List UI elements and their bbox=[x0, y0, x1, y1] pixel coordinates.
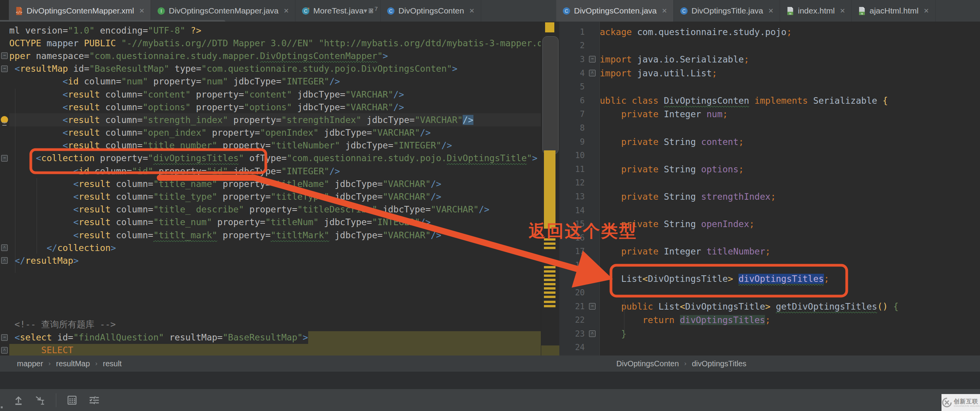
code-line[interactable]: pper namespace="com.questionnaire.study.… bbox=[9, 49, 541, 62]
indent-guide bbox=[15, 89, 15, 273]
code-line[interactable]: ublic class DivOptingsConten implements … bbox=[600, 94, 980, 108]
vertical-scrollbar-thumb[interactable] bbox=[542, 36, 559, 154]
code-line[interactable]: <result column="title_type" property="ti… bbox=[9, 190, 541, 203]
code-line[interactable]: <collection property="divOptingsTitles" … bbox=[9, 152, 541, 165]
code-line[interactable]: } bbox=[600, 327, 980, 341]
code-line[interactable]: <id column="id" property="id" jdbcType="… bbox=[9, 165, 541, 177]
close-icon[interactable]: ✕ bbox=[284, 7, 289, 15]
code-line[interactable] bbox=[9, 280, 541, 293]
fold-end-icon[interactable]: ˄ bbox=[1, 244, 8, 251]
code-line[interactable]: <result column="titlt_mark" property="ti… bbox=[9, 229, 541, 241]
line-number: 8 bbox=[559, 123, 585, 133]
code-line[interactable] bbox=[600, 176, 980, 190]
intention-bulb-icon[interactable] bbox=[1, 116, 8, 123]
filter-settings-icon[interactable] bbox=[88, 394, 100, 406]
fold-end-icon[interactable]: ˄ bbox=[1, 257, 8, 264]
code-line[interactable]: <select id="findAllQuestion" resultMap="… bbox=[9, 331, 541, 344]
fold-collapse-icon[interactable]: − bbox=[589, 303, 596, 310]
error-stripe-scrollbar[interactable] bbox=[541, 22, 560, 355]
code-line[interactable]: private Integer titleNumber; bbox=[600, 245, 980, 259]
close-icon[interactable]: ✕ bbox=[662, 7, 667, 15]
code-line[interactable]: <result column="title_name" property="ti… bbox=[9, 177, 541, 190]
close-icon[interactable]: ✕ bbox=[768, 7, 774, 15]
code-line[interactable]: private Integer num; bbox=[600, 108, 980, 121]
code-line[interactable]: <result column="open_index" property="op… bbox=[9, 126, 541, 139]
commit-upload-icon[interactable] bbox=[13, 394, 24, 406]
code-line[interactable] bbox=[600, 148, 980, 162]
code-line[interactable]: </collection> bbox=[9, 241, 541, 254]
code-line[interactable]: private String strengthIndex; bbox=[600, 190, 980, 204]
close-icon[interactable]: ✕ bbox=[840, 7, 845, 15]
code-line[interactable] bbox=[9, 293, 541, 305]
breadcrumb-item[interactable]: divOptingsTitles bbox=[692, 359, 747, 368]
code-line[interactable]: OCTYPE mapper PUBLIC "-//mybatis.org//DT… bbox=[9, 37, 541, 49]
interface-icon: I bbox=[157, 7, 165, 15]
code-line[interactable] bbox=[600, 286, 980, 300]
tab-right-0[interactable]: CDivOptingsConten.java✕ bbox=[556, 0, 674, 22]
fold-collapse-icon[interactable]: − bbox=[1, 155, 8, 162]
grid-view-icon[interactable] bbox=[66, 394, 78, 406]
xml-editor-pane[interactable]: −−−˄˄−˄ ml version="1.0" encoding="UTF-8… bbox=[0, 22, 541, 355]
tab-right-1[interactable]: CDivOptingsTitle.java✕ bbox=[674, 0, 780, 22]
toolbar-divider bbox=[56, 393, 56, 407]
line-number: 17 bbox=[559, 247, 585, 256]
code-line[interactable]: import java.util.List; bbox=[600, 66, 980, 80]
breadcrumb-item[interactable]: result bbox=[103, 359, 122, 368]
move-caret-icon[interactable] bbox=[34, 394, 46, 406]
code-line[interactable]: <resultMap id="BaseResultMap" type="com.… bbox=[9, 62, 541, 75]
code-line[interactable]: <result column="title_num" property="tit… bbox=[9, 216, 541, 229]
hidden-tabs-dropdown[interactable]: ▾≣7 bbox=[364, 0, 378, 22]
code-line[interactable]: <result column="title_number" property="… bbox=[9, 139, 541, 152]
tab-right-2[interactable]: htindex.html✕ bbox=[780, 0, 852, 22]
tab-left-3[interactable]: CDivOptingsConten✕ bbox=[381, 0, 481, 22]
code-line[interactable]: private String content; bbox=[600, 135, 980, 149]
code-line[interactable]: <!-- 查询所有题库 --> bbox=[9, 318, 541, 331]
code-line[interactable] bbox=[600, 341, 980, 355]
code-line[interactable]: </resultMap> bbox=[9, 254, 541, 267]
code-line[interactable] bbox=[600, 204, 980, 217]
tab-right-3[interactable]: htajacHtml.html✕ bbox=[852, 0, 935, 22]
code-line[interactable] bbox=[9, 305, 541, 318]
gutter-row: 22 bbox=[559, 313, 599, 327]
code-line[interactable]: ackage com.questionnaire.study.pojo; bbox=[600, 25, 980, 39]
chevron-down-icon: ▾ bbox=[364, 7, 367, 15]
code-line[interactable]: SELECT bbox=[9, 344, 541, 355]
code-line[interactable]: private String openIndex; bbox=[600, 217, 980, 231]
fold-collapse-icon[interactable]: − bbox=[1, 52, 8, 59]
code-line[interactable]: return divOptingsTitles; bbox=[600, 313, 980, 327]
code-line[interactable]: <id column="num" property="num" jdbcType… bbox=[9, 75, 541, 88]
breadcrumb-item[interactable]: mapper bbox=[17, 359, 43, 368]
fold-end-icon[interactable]: ˄ bbox=[589, 330, 596, 337]
fold-collapse-icon[interactable]: − bbox=[1, 334, 8, 341]
code-line[interactable] bbox=[600, 231, 980, 245]
code-line[interactable]: <result column="options" property="optio… bbox=[9, 101, 541, 113]
code-line[interactable]: <result column="title_ describe" propert… bbox=[9, 203, 541, 216]
breadcrumb-item[interactable]: DivOptingsConten bbox=[616, 359, 679, 368]
code-line[interactable] bbox=[600, 121, 980, 135]
code-line[interactable] bbox=[600, 80, 980, 94]
xml-code-area[interactable]: ml version="1.0" encoding="UTF-8" ?>OCTY… bbox=[9, 22, 541, 355]
code-line[interactable]: ml version="1.0" encoding="UTF-8" ?> bbox=[9, 24, 541, 37]
fold-collapse-icon[interactable]: − bbox=[589, 56, 596, 62]
close-icon[interactable]: ✕ bbox=[923, 7, 929, 15]
close-icon[interactable]: ✕ bbox=[139, 7, 144, 15]
fold-collapse-icon[interactable]: − bbox=[1, 66, 8, 72]
tab-left-1[interactable]: IDivOptingsContenMapper.java✕ bbox=[151, 0, 295, 22]
fold-end-icon[interactable]: ˄ bbox=[1, 347, 8, 354]
code-line[interactable]: <result column="content" property="conte… bbox=[9, 88, 541, 101]
java-code-area[interactable]: ackage com.questionnaire.study.pojo;impo… bbox=[600, 22, 980, 355]
java-editor-pane[interactable]: 123−4˄56789101112131415161718192021−2223… bbox=[559, 22, 980, 355]
tab-left-0[interactable]: </>DivOptingsContenMapper.xml✕ bbox=[9, 0, 151, 22]
breadcrumb-item[interactable]: resultMap bbox=[56, 359, 90, 368]
line-number: 15 bbox=[559, 219, 585, 229]
code-line[interactable]: import java.io.Serializable; bbox=[600, 52, 980, 66]
code-line[interactable] bbox=[600, 39, 980, 53]
code-line[interactable] bbox=[600, 258, 980, 272]
code-line[interactable]: List<DivOptingsTitle> divOptingsTitles; bbox=[600, 272, 980, 286]
code-line[interactable]: private String options; bbox=[600, 162, 980, 176]
code-line[interactable]: <result column="strength_index" property… bbox=[9, 113, 541, 126]
fold-end-icon[interactable]: ˄ bbox=[589, 70, 596, 76]
code-line[interactable]: public List<DivOptingsTitle> getDivOptin… bbox=[600, 300, 980, 313]
close-icon[interactable]: ✕ bbox=[469, 7, 475, 15]
code-line[interactable] bbox=[9, 267, 541, 280]
